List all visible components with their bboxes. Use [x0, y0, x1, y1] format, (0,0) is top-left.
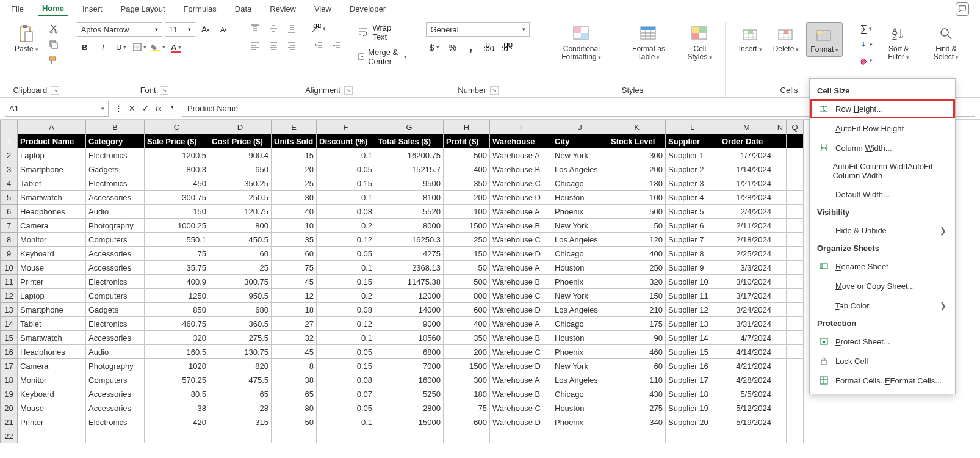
align-right-icon[interactable] [284, 39, 300, 53]
header-cell[interactable]: Discount (%) [317, 134, 375, 148]
cell[interactable]: 450 [145, 176, 209, 191]
cell[interactable]: 38 [145, 401, 209, 415]
cell[interactable]: 460.75 [145, 317, 209, 331]
cell[interactable]: Supplier 13 [666, 317, 719, 331]
cell[interactable]: 50 [272, 415, 317, 429]
cell[interactable]: 450.5 [209, 233, 272, 247]
cell[interactable]: Warehouse C [490, 345, 552, 359]
cell[interactable]: Smartphone [18, 303, 86, 317]
col-header-Q[interactable]: Q [787, 120, 804, 134]
cell[interactable]: 15 [272, 148, 317, 162]
cell[interactable]: 0.08 [317, 205, 375, 219]
cell[interactable]: 0.15 [317, 275, 375, 289]
row-header[interactable]: 21 [1, 415, 18, 429]
menu-item-autofit-row-height[interactable]: AutoFit Row Height [810, 118, 955, 138]
cell[interactable]: Supplier 1 [666, 148, 719, 162]
cell[interactable]: 8 [272, 359, 317, 373]
cell[interactable]: Laptop [18, 148, 86, 162]
cell[interactable]: 75 [444, 401, 490, 415]
cell[interactable]: 350 [444, 331, 490, 345]
cell[interactable]: 800 [444, 289, 490, 303]
header-cell[interactable]: Units Sold [272, 134, 317, 148]
cell[interactable]: Supplier 15 [666, 345, 719, 359]
cell[interactable]: 1200.5 [145, 148, 209, 162]
cell[interactable]: 350 [444, 176, 490, 191]
cell[interactable]: 400 [608, 247, 666, 261]
cell[interactable]: 250 [444, 233, 490, 247]
cell[interactable]: Warehouse C [490, 176, 552, 191]
clipboard-launcher[interactable]: ↘ [51, 86, 59, 95]
row-header[interactable]: 13 [1, 303, 18, 317]
row-header[interactable]: 9 [1, 247, 18, 261]
cell[interactable]: 12000 [375, 289, 444, 303]
cell[interactable]: Supplier 9 [666, 261, 719, 275]
cell[interactable]: Supplier 10 [666, 275, 719, 289]
cell[interactable]: Tablet [18, 317, 86, 331]
cell[interactable]: 175 [608, 317, 666, 331]
cell[interactable]: 200 [608, 162, 666, 176]
cell[interactable]: 32 [272, 331, 317, 345]
cell[interactable]: Warehouse B [490, 219, 552, 233]
comments-icon[interactable] [956, 2, 969, 16]
cell[interactable]: Warehouse C [490, 233, 552, 247]
cell[interactable]: 5/12/2024 [719, 401, 774, 415]
underline-button[interactable]: U [113, 40, 129, 54]
tab-home[interactable]: Home [38, 1, 68, 16]
cell[interactable]: 250 [608, 261, 666, 275]
cell[interactable]: 400.9 [145, 275, 209, 289]
comma-format-button[interactable]: , [463, 40, 478, 54]
col-header-H[interactable]: H [444, 120, 490, 134]
cell[interactable]: 150 [145, 205, 209, 219]
cell[interactable]: 600 [444, 415, 490, 429]
cell[interactable]: 38 [272, 373, 317, 387]
header-cell[interactable]: Cost Price ($) [209, 134, 272, 148]
fx-icon[interactable]: fx [153, 104, 165, 113]
cell[interactable]: 0.15 [317, 176, 375, 191]
cell[interactable]: 6800 [375, 345, 444, 359]
cell[interactable]: 5/19/2024 [719, 415, 774, 429]
row-header[interactable]: 2 [1, 148, 18, 162]
font-size-select[interactable]: 11▾ [165, 22, 195, 37]
header-cell[interactable]: Stock Level [608, 134, 666, 148]
cell[interactable]: 0.12 [317, 233, 375, 247]
cell[interactable]: Supplier 19 [666, 401, 719, 415]
increase-indent-icon[interactable] [329, 39, 345, 53]
cell[interactable]: Chicago [552, 176, 608, 191]
cell[interactable]: 60 [272, 247, 317, 261]
col-header-L[interactable]: L [666, 120, 719, 134]
cell[interactable]: Supplier 16 [666, 359, 719, 373]
row-header[interactable]: 16 [1, 345, 18, 359]
sort-filter-button[interactable]: AZ Sort & Filter [877, 22, 920, 64]
cell[interactable]: 180 [444, 387, 490, 401]
cell[interactable]: 1/14/2024 [719, 162, 774, 176]
cell[interactable]: Warehouse D [490, 415, 552, 429]
alignment-launcher[interactable]: ↘ [344, 86, 353, 95]
cell[interactable]: 75 [145, 247, 209, 261]
cell[interactable]: 65 [209, 387, 272, 401]
format-painter-button[interactable] [46, 54, 62, 67]
cell[interactable]: Smartwatch [18, 191, 86, 205]
cell[interactable]: 5/5/2024 [719, 387, 774, 401]
clear-button[interactable] [858, 54, 874, 67]
cell[interactable]: 200 [444, 191, 490, 205]
cell[interactable]: 3/10/2024 [719, 275, 774, 289]
cell[interactable]: Supplier 17 [666, 373, 719, 387]
row-header[interactable]: 14 [1, 317, 18, 331]
font-launcher[interactable]: ↘ [160, 86, 168, 95]
align-bottom-icon[interactable] [284, 22, 300, 35]
cell[interactable]: Accessories [86, 261, 145, 275]
cell[interactable]: Warehouse C [490, 401, 552, 415]
cell[interactable]: 3/24/2024 [719, 303, 774, 317]
cell[interactable]: Supplier 2 [666, 162, 719, 176]
cell[interactable]: Smartphone [18, 162, 86, 176]
cell[interactable]: Electronics [86, 176, 145, 191]
cell[interactable]: 16000 [375, 373, 444, 387]
cell[interactable]: Supplier 3 [666, 176, 719, 191]
cell[interactable]: Houston [552, 401, 608, 415]
col-header-E[interactable]: E [272, 120, 317, 134]
cell[interactable]: 80.5 [145, 387, 209, 401]
cell[interactable]: 0.08 [317, 373, 375, 387]
copy-button[interactable] [46, 38, 62, 51]
cell[interactable]: Headphones [18, 205, 86, 219]
cell[interactable]: 800.3 [145, 162, 209, 176]
